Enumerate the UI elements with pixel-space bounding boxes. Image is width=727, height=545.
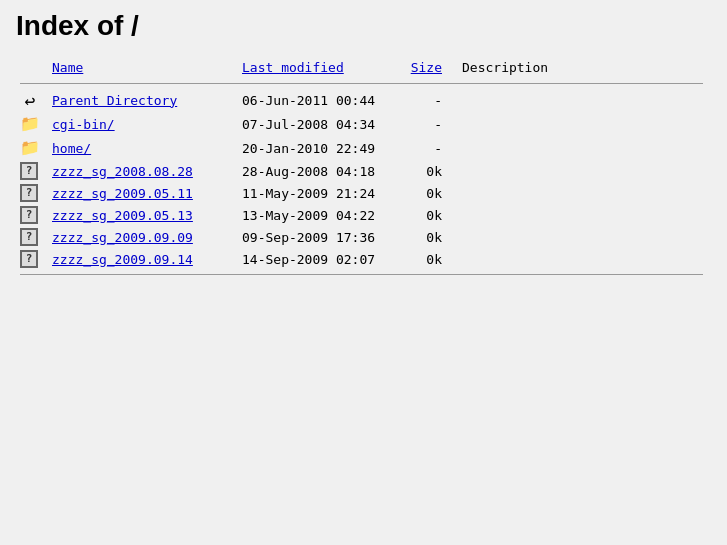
file-name-cell: zzzz_sg_2009.09.14 <box>48 248 238 270</box>
file-link[interactable]: zzzz_sg_2008.08.28 <box>52 164 193 179</box>
file-name-cell: zzzz_sg_2009.05.13 <box>48 204 238 226</box>
file-date: 20-Jan-2010 22:49 <box>238 136 398 160</box>
col-size-link[interactable]: Size <box>411 60 442 75</box>
file-link[interactable]: cgi-bin/ <box>52 117 115 132</box>
unknown-file-icon: ? <box>20 250 38 268</box>
unknown-file-icon: ? <box>20 162 38 180</box>
unknown-file-icon: ? <box>20 184 38 202</box>
table-row: ↩Parent Directory06-Jun-2011 00:44- <box>16 88 711 112</box>
file-description <box>458 248 711 270</box>
file-size: 0k <box>398 182 458 204</box>
col-date-link[interactable]: Last modified <box>242 60 344 75</box>
file-icon: ? <box>16 204 48 226</box>
file-icon: ? <box>16 182 48 204</box>
table-row: ?zzzz_sg_2009.09.1414-Sep-2009 02:070k <box>16 248 711 270</box>
parent-dir-icon: ↩ <box>20 90 40 110</box>
file-link[interactable]: zzzz_sg_2009.05.13 <box>52 208 193 223</box>
file-date: 28-Aug-2008 04:18 <box>238 160 398 182</box>
table-row: ?zzzz_sg_2009.09.0909-Sep-2009 17:360k <box>16 226 711 248</box>
file-icon: ↩ <box>16 88 48 112</box>
file-description <box>458 182 711 204</box>
file-description <box>458 88 711 112</box>
file-icon: ? <box>16 160 48 182</box>
header-divider <box>20 83 703 84</box>
file-link[interactable]: zzzz_sg_2009.09.09 <box>52 230 193 245</box>
file-link[interactable]: zzzz_sg_2009.09.14 <box>52 252 193 267</box>
footer-divider <box>20 274 703 275</box>
col-header-description: Description <box>458 58 711 79</box>
file-date: 09-Sep-2009 17:36 <box>238 226 398 248</box>
col-header-last-modified: Last modified <box>238 58 398 79</box>
file-name-cell: zzzz_sg_2009.05.11 <box>48 182 238 204</box>
table-row: 📁cgi-bin/07-Jul-2008 04:34- <box>16 112 711 136</box>
unknown-file-icon: ? <box>20 228 38 246</box>
file-size: - <box>398 112 458 136</box>
file-icon: 📁 <box>16 112 48 136</box>
file-size: - <box>398 136 458 160</box>
file-name-cell: home/ <box>48 136 238 160</box>
file-size: 0k <box>398 226 458 248</box>
file-size: - <box>398 88 458 112</box>
file-description <box>458 136 711 160</box>
file-description <box>458 112 711 136</box>
folder-icon: 📁 <box>20 114 40 134</box>
file-date: 14-Sep-2009 02:07 <box>238 248 398 270</box>
file-link[interactable]: Parent Directory <box>52 93 177 108</box>
table-row: ?zzzz_sg_2008.08.2828-Aug-2008 04:180k <box>16 160 711 182</box>
file-name-cell: cgi-bin/ <box>48 112 238 136</box>
col-name-link[interactable]: Name <box>52 60 83 75</box>
file-date: 11-May-2009 21:24 <box>238 182 398 204</box>
file-date: 13-May-2009 04:22 <box>238 204 398 226</box>
table-row: ?zzzz_sg_2009.05.1313-May-2009 04:220k <box>16 204 711 226</box>
file-description <box>458 204 711 226</box>
file-link[interactable]: zzzz_sg_2009.05.11 <box>52 186 193 201</box>
file-icon: ? <box>16 248 48 270</box>
col-header-size: Size <box>398 58 458 79</box>
file-name-cell: zzzz_sg_2009.09.09 <box>48 226 238 248</box>
file-description <box>458 160 711 182</box>
file-icon: ? <box>16 226 48 248</box>
col-header-name: Name <box>48 58 238 79</box>
file-description <box>458 226 711 248</box>
file-size: 0k <box>398 204 458 226</box>
page-title: Index of / <box>16 10 711 42</box>
file-size: 0k <box>398 160 458 182</box>
file-name-cell: Parent Directory <box>48 88 238 112</box>
file-date: 06-Jun-2011 00:44 <box>238 88 398 112</box>
file-link[interactable]: home/ <box>52 141 91 156</box>
table-row: ?zzzz_sg_2009.05.1111-May-2009 21:240k <box>16 182 711 204</box>
file-name-cell: zzzz_sg_2008.08.28 <box>48 160 238 182</box>
file-date: 07-Jul-2008 04:34 <box>238 112 398 136</box>
unknown-file-icon: ? <box>20 206 38 224</box>
folder-icon: 📁 <box>20 138 40 158</box>
table-row: 📁home/20-Jan-2010 22:49- <box>16 136 711 160</box>
file-icon: 📁 <box>16 136 48 160</box>
file-size: 0k <box>398 248 458 270</box>
